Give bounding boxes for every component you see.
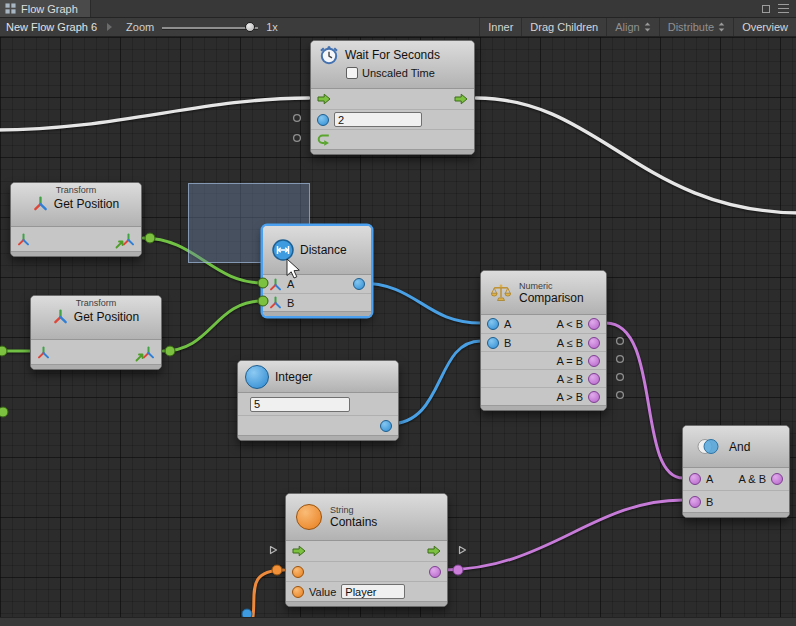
and-input-a-port[interactable] [689,473,701,485]
output-le-label: A ≤ B [557,337,583,349]
inner-button[interactable]: Inner [479,18,521,36]
vector-input-b-icon[interactable] [269,296,282,309]
node-integer[interactable]: Integer [237,360,399,441]
overview-button[interactable]: Overview [733,18,796,36]
node-footer [481,405,606,410]
checkbox-label: Unscaled Time [362,67,435,79]
align-label: Align [615,21,639,33]
wire-integer-to-comparison [389,341,481,424]
scales-icon [491,284,511,302]
and-input-b-port[interactable] [689,496,701,508]
node-title: Distance [300,243,347,257]
comparison-output-le-port[interactable] [588,337,600,349]
breadcrumb[interactable]: New Flow Graph 6 [0,21,103,33]
wire-contains-to-and [442,500,683,570]
transform-input-port[interactable] [37,346,50,359]
node-footer [311,149,474,154]
breadcrumb-chevron-icon [107,23,112,31]
dropdown-arrows-icon [644,22,651,32]
menu-icon[interactable] [778,4,789,13]
node-get-position-top[interactable]: Transform Get Position [10,182,142,257]
target-string-port[interactable] [292,566,304,578]
node-title: Comparison [519,291,584,305]
position-output-port[interactable] [142,346,155,359]
node-footer [11,251,141,256]
integer-input[interactable] [250,397,350,412]
node-subtitle: Numeric [519,281,584,291]
dropdown-arrows-icon [718,22,725,32]
and-output-port[interactable] [771,473,783,485]
wire-lt-to-and [606,323,683,478]
value-input[interactable] [341,584,405,599]
node-string-contains[interactable]: String Contains Value [285,493,448,607]
output-eq-label: A = B [556,355,583,367]
node-title: And [729,440,750,454]
node-title: Contains [330,515,377,529]
distance-icon [272,239,294,261]
seconds-input[interactable] [334,112,422,127]
transform-axes-icon [33,196,48,211]
node-footer [683,512,789,517]
flow-output-port[interactable] [427,545,441,557]
flow-graph-window: Flow Graph New Flow Graph 6 Zoom 1x Inne… [0,0,796,626]
comparison-output-eq-port[interactable] [588,355,600,367]
flow-input-port[interactable] [292,545,306,557]
input-b-label: B [287,297,294,309]
comparison-output-ge-port[interactable] [588,373,600,385]
value-label: Value [309,586,336,598]
graph-canvas[interactable]: Wait For Seconds Unscaled Time [0,37,796,617]
zoom-label: Zoom [126,21,154,33]
tab-title: Flow Graph [21,3,78,15]
input-a-label: A [706,473,713,485]
tab-flow-graph[interactable]: Flow Graph [0,0,91,17]
node-subtitle: String [330,505,377,515]
value-port[interactable] [292,586,304,598]
distance-output-port[interactable] [353,278,365,290]
node-title: Wait For Seconds [345,48,440,62]
zoom-slider[interactable] [162,18,258,36]
transform-input-port[interactable] [17,233,30,246]
zoom-value: 1x [266,21,278,33]
node-and[interactable]: And A A & B B [682,425,790,518]
position-output-port[interactable] [122,233,135,246]
clock-icon [319,45,339,65]
node-wait-for-seconds[interactable]: Wait For Seconds Unscaled Time [310,40,475,155]
node-numeric-comparison[interactable]: Numeric Comparison A A < B B A ≤ B [480,270,607,411]
node-footer [238,435,398,440]
flow-output-port[interactable] [454,93,468,105]
zoom-slider-knob[interactable] [245,22,255,32]
comparison-input-a-port[interactable] [487,318,499,330]
node-title: Get Position [74,310,139,324]
distribute-label: Distribute [668,21,714,33]
unscaled-time-checkbox[interactable] [346,67,358,79]
distribute-dropdown[interactable]: Distribute [659,18,733,36]
integer-output-port[interactable] [380,420,392,432]
node-title: Get Position [54,197,119,211]
bottom-bar [0,617,796,626]
graph-icon [5,3,16,14]
comparison-input-b-port[interactable] [487,337,499,349]
drag-children-button[interactable]: Drag Children [521,18,606,36]
node-get-position-bottom[interactable]: Transform Get Position [30,295,162,370]
node-title: Integer [275,370,312,384]
integer-icon [245,365,269,389]
node-footer [286,601,447,606]
comparison-output-gt-port[interactable] [588,391,600,403]
input-a-label: A [287,278,294,290]
output-lt-label: A < B [556,318,583,330]
wire-string-in [252,570,284,617]
vector-input-a-icon[interactable] [269,278,282,291]
window-options-icon[interactable] [762,5,770,13]
comparison-output-lt-port[interactable] [588,318,600,330]
venn-icon [695,438,721,455]
input-b-label: B [504,337,511,349]
node-subtitle: Transform [31,296,161,309]
transform-axes-icon [53,309,68,324]
align-dropdown[interactable]: Align [606,18,658,36]
flow-input-port[interactable] [317,93,331,105]
node-distance[interactable]: Distance A B [262,225,372,317]
loop-arrow-icon[interactable] [317,133,331,146]
output-label: A & B [738,473,766,485]
contains-result-port[interactable] [429,566,441,578]
seconds-port[interactable] [317,114,329,126]
